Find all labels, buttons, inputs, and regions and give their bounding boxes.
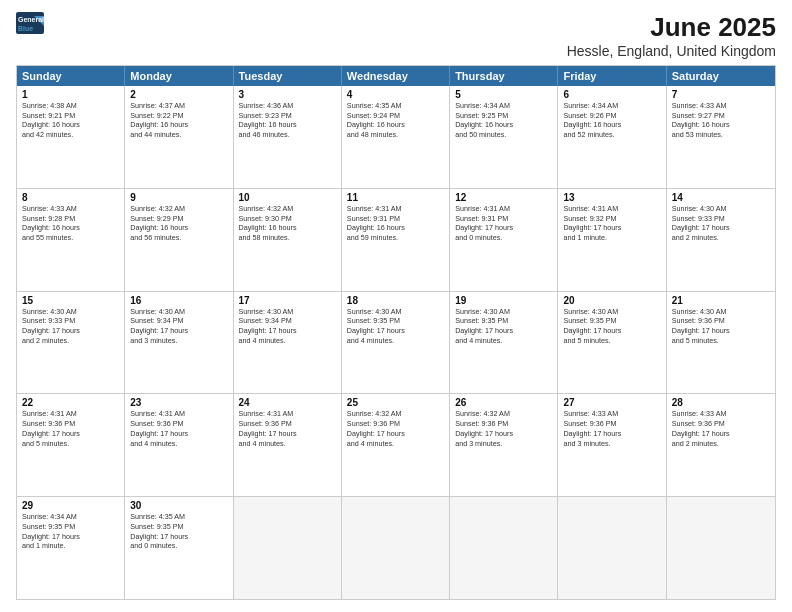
day-number: 2 <box>130 89 227 100</box>
calendar-cell: 23Sunrise: 4:31 AM Sunset: 9:36 PM Dayli… <box>125 394 233 496</box>
day-info: Sunrise: 4:30 AM Sunset: 9:33 PM Dayligh… <box>22 307 119 346</box>
day-info: Sunrise: 4:33 AM Sunset: 9:36 PM Dayligh… <box>672 409 770 448</box>
day-info: Sunrise: 4:30 AM Sunset: 9:34 PM Dayligh… <box>130 307 227 346</box>
calendar-cell: 4Sunrise: 4:35 AM Sunset: 9:24 PM Daylig… <box>342 86 450 188</box>
day-info: Sunrise: 4:30 AM Sunset: 9:33 PM Dayligh… <box>672 204 770 243</box>
calendar-cell: 6Sunrise: 4:34 AM Sunset: 9:26 PM Daylig… <box>558 86 666 188</box>
day-info: Sunrise: 4:32 AM Sunset: 9:29 PM Dayligh… <box>130 204 227 243</box>
calendar-cell: 24Sunrise: 4:31 AM Sunset: 9:36 PM Dayli… <box>234 394 342 496</box>
day-number: 6 <box>563 89 660 100</box>
day-number: 9 <box>130 192 227 203</box>
calendar-cell <box>558 497 666 599</box>
day-info: Sunrise: 4:35 AM Sunset: 9:24 PM Dayligh… <box>347 101 444 140</box>
day-info: Sunrise: 4:34 AM Sunset: 9:26 PM Dayligh… <box>563 101 660 140</box>
calendar-row-4: 22Sunrise: 4:31 AM Sunset: 9:36 PM Dayli… <box>17 393 775 496</box>
day-info: Sunrise: 4:32 AM Sunset: 9:30 PM Dayligh… <box>239 204 336 243</box>
calendar-cell: 17Sunrise: 4:30 AM Sunset: 9:34 PM Dayli… <box>234 292 342 394</box>
day-info: Sunrise: 4:30 AM Sunset: 9:36 PM Dayligh… <box>672 307 770 346</box>
subtitle: Hessle, England, United Kingdom <box>567 43 776 59</box>
calendar-cell: 3Sunrise: 4:36 AM Sunset: 9:23 PM Daylig… <box>234 86 342 188</box>
svg-text:Blue: Blue <box>18 25 33 32</box>
day-number: 16 <box>130 295 227 306</box>
day-info: Sunrise: 4:30 AM Sunset: 9:35 PM Dayligh… <box>455 307 552 346</box>
day-info: Sunrise: 4:35 AM Sunset: 9:35 PM Dayligh… <box>130 512 227 551</box>
calendar-cell: 9Sunrise: 4:32 AM Sunset: 9:29 PM Daylig… <box>125 189 233 291</box>
calendar: Sunday Monday Tuesday Wednesday Thursday… <box>16 65 776 600</box>
day-info: Sunrise: 4:31 AM Sunset: 9:31 PM Dayligh… <box>455 204 552 243</box>
calendar-cell: 29Sunrise: 4:34 AM Sunset: 9:35 PM Dayli… <box>17 497 125 599</box>
page: General Blue June 2025 Hessle, England, … <box>0 0 792 612</box>
calendar-header: Sunday Monday Tuesday Wednesday Thursday… <box>17 66 775 86</box>
header: General Blue June 2025 Hessle, England, … <box>16 12 776 59</box>
day-number: 5 <box>455 89 552 100</box>
header-tuesday: Tuesday <box>234 66 342 86</box>
header-wednesday: Wednesday <box>342 66 450 86</box>
calendar-cell: 11Sunrise: 4:31 AM Sunset: 9:31 PM Dayli… <box>342 189 450 291</box>
calendar-row-3: 15Sunrise: 4:30 AM Sunset: 9:33 PM Dayli… <box>17 291 775 394</box>
day-info: Sunrise: 4:30 AM Sunset: 9:35 PM Dayligh… <box>347 307 444 346</box>
day-info: Sunrise: 4:31 AM Sunset: 9:31 PM Dayligh… <box>347 204 444 243</box>
day-number: 4 <box>347 89 444 100</box>
day-number: 14 <box>672 192 770 203</box>
day-info: Sunrise: 4:31 AM Sunset: 9:36 PM Dayligh… <box>130 409 227 448</box>
day-number: 22 <box>22 397 119 408</box>
day-number: 3 <box>239 89 336 100</box>
day-info: Sunrise: 4:33 AM Sunset: 9:36 PM Dayligh… <box>563 409 660 448</box>
day-number: 18 <box>347 295 444 306</box>
calendar-cell: 8Sunrise: 4:33 AM Sunset: 9:28 PM Daylig… <box>17 189 125 291</box>
calendar-cell: 20Sunrise: 4:30 AM Sunset: 9:35 PM Dayli… <box>558 292 666 394</box>
calendar-cell: 25Sunrise: 4:32 AM Sunset: 9:36 PM Dayli… <box>342 394 450 496</box>
header-sunday: Sunday <box>17 66 125 86</box>
calendar-cell <box>342 497 450 599</box>
calendar-cell: 12Sunrise: 4:31 AM Sunset: 9:31 PM Dayli… <box>450 189 558 291</box>
day-number: 19 <box>455 295 552 306</box>
title-block: June 2025 Hessle, England, United Kingdo… <box>567 12 776 59</box>
calendar-body: 1Sunrise: 4:38 AM Sunset: 9:21 PM Daylig… <box>17 86 775 599</box>
day-info: Sunrise: 4:38 AM Sunset: 9:21 PM Dayligh… <box>22 101 119 140</box>
calendar-cell <box>234 497 342 599</box>
day-info: Sunrise: 4:36 AM Sunset: 9:23 PM Dayligh… <box>239 101 336 140</box>
day-info: Sunrise: 4:33 AM Sunset: 9:28 PM Dayligh… <box>22 204 119 243</box>
day-info: Sunrise: 4:33 AM Sunset: 9:27 PM Dayligh… <box>672 101 770 140</box>
day-number: 24 <box>239 397 336 408</box>
calendar-cell: 7Sunrise: 4:33 AM Sunset: 9:27 PM Daylig… <box>667 86 775 188</box>
day-number: 8 <box>22 192 119 203</box>
calendar-cell: 18Sunrise: 4:30 AM Sunset: 9:35 PM Dayli… <box>342 292 450 394</box>
day-number: 12 <box>455 192 552 203</box>
day-number: 23 <box>130 397 227 408</box>
calendar-cell: 13Sunrise: 4:31 AM Sunset: 9:32 PM Dayli… <box>558 189 666 291</box>
day-info: Sunrise: 4:30 AM Sunset: 9:35 PM Dayligh… <box>563 307 660 346</box>
calendar-cell: 10Sunrise: 4:32 AM Sunset: 9:30 PM Dayli… <box>234 189 342 291</box>
calendar-cell: 28Sunrise: 4:33 AM Sunset: 9:36 PM Dayli… <box>667 394 775 496</box>
header-saturday: Saturday <box>667 66 775 86</box>
day-info: Sunrise: 4:34 AM Sunset: 9:35 PM Dayligh… <box>22 512 119 551</box>
calendar-cell: 1Sunrise: 4:38 AM Sunset: 9:21 PM Daylig… <box>17 86 125 188</box>
day-number: 20 <box>563 295 660 306</box>
calendar-cell: 19Sunrise: 4:30 AM Sunset: 9:35 PM Dayli… <box>450 292 558 394</box>
day-info: Sunrise: 4:32 AM Sunset: 9:36 PM Dayligh… <box>455 409 552 448</box>
calendar-cell: 5Sunrise: 4:34 AM Sunset: 9:25 PM Daylig… <box>450 86 558 188</box>
day-info: Sunrise: 4:37 AM Sunset: 9:22 PM Dayligh… <box>130 101 227 140</box>
day-number: 10 <box>239 192 336 203</box>
header-monday: Monday <box>125 66 233 86</box>
day-number: 28 <box>672 397 770 408</box>
day-info: Sunrise: 4:31 AM Sunset: 9:32 PM Dayligh… <box>563 204 660 243</box>
day-number: 11 <box>347 192 444 203</box>
svg-text:General: General <box>18 16 44 23</box>
calendar-row-1: 1Sunrise: 4:38 AM Sunset: 9:21 PM Daylig… <box>17 86 775 188</box>
day-number: 15 <box>22 295 119 306</box>
day-number: 25 <box>347 397 444 408</box>
day-number: 7 <box>672 89 770 100</box>
calendar-cell: 15Sunrise: 4:30 AM Sunset: 9:33 PM Dayli… <box>17 292 125 394</box>
calendar-cell <box>450 497 558 599</box>
day-number: 29 <box>22 500 119 511</box>
calendar-cell: 22Sunrise: 4:31 AM Sunset: 9:36 PM Dayli… <box>17 394 125 496</box>
main-title: June 2025 <box>567 12 776 43</box>
calendar-row-2: 8Sunrise: 4:33 AM Sunset: 9:28 PM Daylig… <box>17 188 775 291</box>
calendar-row-5: 29Sunrise: 4:34 AM Sunset: 9:35 PM Dayli… <box>17 496 775 599</box>
day-info: Sunrise: 4:30 AM Sunset: 9:34 PM Dayligh… <box>239 307 336 346</box>
calendar-cell <box>667 497 775 599</box>
day-info: Sunrise: 4:31 AM Sunset: 9:36 PM Dayligh… <box>239 409 336 448</box>
day-number: 26 <box>455 397 552 408</box>
day-number: 27 <box>563 397 660 408</box>
